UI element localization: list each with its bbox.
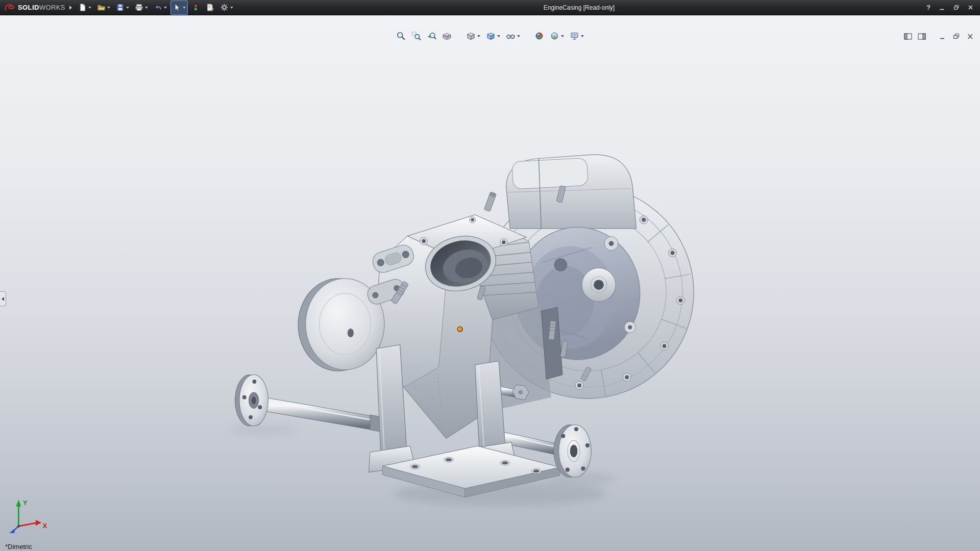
dropdown-caret <box>164 7 167 9</box>
x-axis-label: X <box>43 522 47 530</box>
y-axis-arrow <box>16 499 21 507</box>
save-button[interactable] <box>114 1 131 15</box>
scene-sphere-icon <box>550 31 559 41</box>
document-window-controls <box>903 32 975 40</box>
section-view-icon <box>442 31 452 41</box>
apply-scene-button[interactable] <box>549 31 565 41</box>
document-minimize-button[interactable] <box>938 32 947 40</box>
model-left-shaft[interactable] <box>235 375 390 434</box>
pane-right-icon <box>918 33 926 40</box>
dropdown-caret <box>477 35 480 37</box>
graphics-area[interactable]: Y X *Dimetric <box>0 15 980 551</box>
restore-button[interactable] <box>949 3 963 12</box>
file-properties-icon <box>206 3 214 12</box>
zoom-to-fit-button[interactable] <box>396 31 406 41</box>
document-close-button[interactable] <box>965 32 975 40</box>
minimize-button[interactable] <box>935 3 948 12</box>
new-document-icon <box>78 3 87 12</box>
zoom-to-area-icon <box>411 31 421 41</box>
help-button[interactable]: ? <box>923 3 934 12</box>
y-axis-label: Y <box>23 499 28 507</box>
undo-button[interactable] <box>152 1 169 15</box>
previous-view-button[interactable] <box>426 31 437 41</box>
view-orientation-button[interactable] <box>465 31 481 41</box>
dropdown-caret <box>88 7 91 9</box>
open-button[interactable] <box>95 1 112 15</box>
expand-pane-arrow-icon <box>2 297 4 301</box>
zoom-to-area-button[interactable] <box>411 31 422 41</box>
dropdown-caret <box>183 7 186 9</box>
rebuild-button[interactable] <box>189 1 202 15</box>
document-minimize-icon <box>939 33 947 40</box>
rebuild-trafficlight-icon <box>191 3 200 12</box>
glasses-icon <box>506 31 516 41</box>
minimize-icon <box>939 4 945 11</box>
dropdown-caret <box>581 35 584 37</box>
close-button[interactable] <box>964 3 977 12</box>
dropdown-caret <box>126 7 129 9</box>
titlebar: SOLIDWORKS <box>0 0 980 15</box>
menu-expand-arrow[interactable] <box>69 6 72 10</box>
selection-point-marker <box>457 327 462 332</box>
display-style-cube-icon <box>486 31 496 41</box>
model-right-flange[interactable] <box>554 425 591 478</box>
print-button[interactable] <box>133 1 150 15</box>
file-properties-button[interactable] <box>204 1 216 15</box>
edit-appearance-button[interactable] <box>534 31 545 41</box>
titlebar-toolbar <box>76 1 235 15</box>
heads-up-view-toolbar <box>396 31 584 41</box>
document-close-icon <box>966 33 974 40</box>
pane-left-icon <box>904 33 912 40</box>
view-orientation-label: *Dimetric <box>5 543 32 550</box>
dropdown-caret <box>561 35 564 37</box>
featuremanager-pane-button[interactable] <box>903 32 913 40</box>
brand-light: WORKS <box>39 4 65 11</box>
dropdown-caret <box>145 7 148 9</box>
brand-bold: SOLID <box>18 4 39 11</box>
window-title: EngineCasing [Read-only] <box>235 4 923 11</box>
zoom-to-fit-icon <box>396 31 406 41</box>
model-canvas[interactable] <box>0 15 980 551</box>
solidworks-logo: SOLIDWORKS <box>0 4 67 12</box>
dropdown-caret <box>497 35 500 37</box>
solidworks-swirl-icon <box>4 4 15 12</box>
display-pane-button[interactable] <box>917 32 926 40</box>
dropdown-caret <box>230 7 233 9</box>
printer-icon <box>135 3 143 12</box>
restore-icon <box>953 4 960 11</box>
undo-arrow-icon <box>154 3 162 12</box>
options-gear-icon <box>220 3 229 12</box>
stud-top-left <box>484 192 496 212</box>
window-controls: ? <box>923 3 980 12</box>
display-style-button[interactable] <box>485 31 501 41</box>
document-restore-icon <box>952 33 961 40</box>
select-button[interactable] <box>170 1 188 15</box>
brand-text: SOLIDWORKS <box>18 4 65 11</box>
select-cursor-icon <box>173 3 181 12</box>
open-folder-icon <box>97 3 106 12</box>
reference-triad: Y X <box>7 497 54 538</box>
view-settings-icon <box>570 31 579 41</box>
view-orientation-cube-icon <box>466 31 476 41</box>
dropdown-caret <box>107 7 110 9</box>
document-restore-button[interactable] <box>951 32 961 40</box>
appearance-ball-icon <box>534 31 544 41</box>
options-button[interactable] <box>218 1 235 15</box>
new-button[interactable] <box>76 1 93 15</box>
featuremanager-collapsed-tab[interactable] <box>0 291 6 306</box>
hide-show-items-button[interactable] <box>505 31 521 41</box>
previous-view-icon <box>427 31 436 41</box>
close-icon <box>967 4 974 11</box>
x-axis-arrow <box>36 520 41 525</box>
section-view-button[interactable] <box>442 31 452 41</box>
z-axis-arrow <box>9 529 15 533</box>
view-settings-button[interactable] <box>569 31 584 41</box>
solidworks-window: SOLIDWORKS <box>0 0 980 551</box>
save-floppy-icon <box>116 3 125 12</box>
dropdown-caret <box>517 35 520 37</box>
